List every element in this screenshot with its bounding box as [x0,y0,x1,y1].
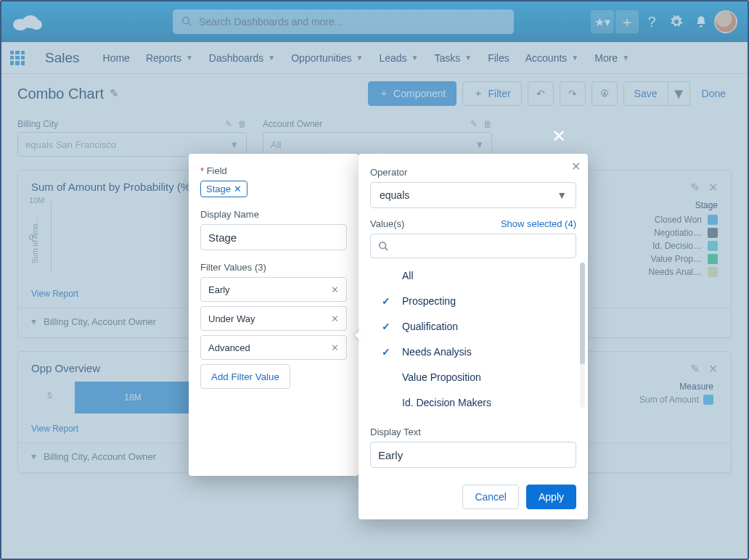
check-icon: ✓ [379,321,393,332]
search-icon [378,241,388,251]
filter-value-row[interactable]: Early✕ [200,277,347,302]
close-popover-icon[interactable]: ✕ [571,160,581,173]
field-label: Field [200,165,347,176]
filter-value-row[interactable]: Under Way✕ [200,306,347,331]
remove-pill-icon[interactable]: ✕ [234,184,242,194]
clear-icon[interactable]: ✕ [331,342,339,353]
operator-label: Operator [370,167,576,178]
value-option[interactable]: ✓Perception Analysis [370,415,576,421]
operator-select[interactable]: equals ▼ [370,182,576,208]
check-icon: ✓ [379,346,393,358]
add-filter-value-button[interactable]: Add Filter Value [200,364,290,389]
display-text-input[interactable] [370,442,576,468]
svg-point-6 [380,242,386,249]
add-filter-panel: Field Stage ✕ Display Name Filter Values… [189,154,359,476]
close-modal-icon[interactable]: ✕ [552,126,566,147]
chevron-down-icon: ▼ [557,189,567,201]
display-name-label: Display Name [200,209,347,220]
clear-icon[interactable]: ✕ [331,313,339,324]
filter-value-popover: ✕ Operator equals ▼ Value(s) Show select… [359,154,588,519]
value-option[interactable]: Value Proposition [370,364,576,390]
value-option[interactable]: ✓Needs Analysis [370,339,576,364]
values-search-input[interactable] [370,234,576,258]
value-option[interactable]: ✓Qualification [370,313,576,339]
value-option[interactable]: Id. Decision Makers [370,390,576,415]
scrollbar-thumb[interactable] [580,263,585,364]
check-icon: ✓ [379,295,393,307]
display-text-label: Display Text [370,427,576,437]
value-option[interactable]: All [370,263,576,288]
filter-values-label: Filter Values (3) [200,262,347,273]
value-options-list: All✓Prospecting✓Qualification✓Needs Anal… [370,263,576,421]
clear-icon[interactable]: ✕ [331,284,339,295]
filter-value-row[interactable]: Advanced✕ [200,335,347,360]
show-selected-link[interactable]: Show selected (4) [501,218,576,229]
value-option[interactable]: ✓Prospecting [370,288,576,313]
cancel-button[interactable]: Cancel [462,485,519,509]
field-pill[interactable]: Stage ✕ [200,181,247,197]
popover-arrow [355,328,362,342]
apply-button[interactable]: Apply [526,485,576,509]
svg-line-7 [385,248,388,251]
values-label: Value(s) [370,218,404,229]
display-name-input[interactable] [200,224,347,250]
